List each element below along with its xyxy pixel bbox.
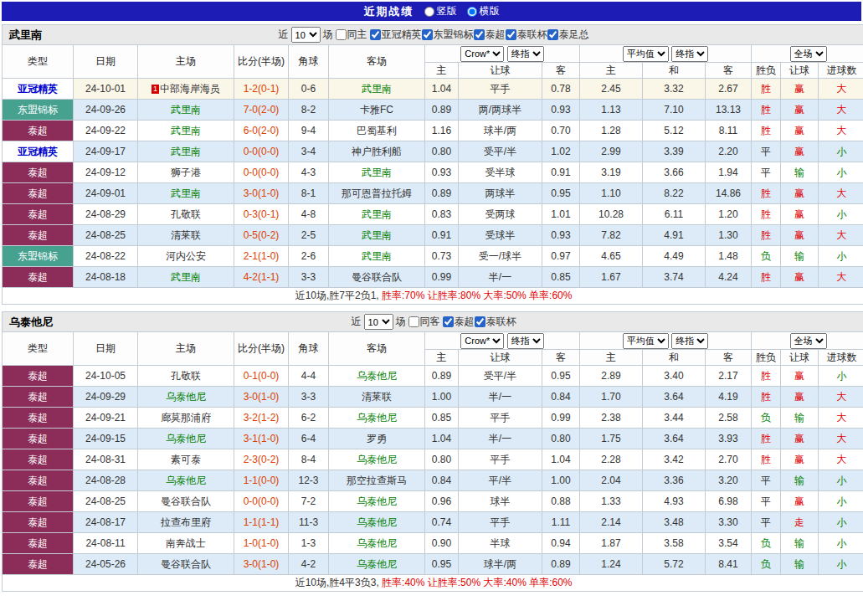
away-team-name[interactable]: 神户胜利船 [352, 146, 402, 157]
away-team-name[interactable]: 武里南 [362, 250, 392, 262]
average-select[interactable]: 平均值 [623, 46, 669, 62]
home-team-name[interactable]: 河内公安 [166, 250, 206, 262]
score-cell[interactable]: 7-0(2-0) [234, 100, 289, 121]
home-team-name[interactable]: 武里南 [171, 104, 201, 116]
score-cell[interactable]: 1-1(0-0) [234, 470, 289, 491]
league-filter-泰联杯[interactable]: 泰联杯 [506, 28, 547, 42]
away-team-name[interactable]: 乌泰他尼 [357, 495, 397, 507]
avg-stage-select[interactable]: 终指 [671, 333, 708, 349]
home-team-name[interactable]: 曼谷联合队 [161, 495, 211, 507]
score-cell[interactable]: 0-0(0-0) [234, 162, 289, 183]
odds-stage-select[interactable]: 终指 [507, 46, 544, 62]
score-cell[interactable]: 0-1(0-0) [234, 366, 289, 387]
score-cell[interactable]: 0-3(0-1) [234, 204, 289, 225]
same-venue-filter[interactable]: 同客 [408, 315, 440, 329]
avg-stage-select[interactable]: 终指 [671, 46, 708, 62]
away-team-name[interactable]: 武里南 [362, 229, 392, 241]
games-count-select[interactable]: 10 [291, 27, 321, 43]
score-cell[interactable]: 3-0(1-0) [234, 183, 289, 204]
league-checkbox[interactable] [547, 29, 558, 40]
bookmaker-select[interactable]: Crow* [460, 333, 504, 349]
same-venue-checkbox[interactable] [408, 316, 419, 327]
away-team-name[interactable]: 乌泰他尼 [357, 454, 397, 465]
summary-row: 近10场,胜7平2负1, 胜率:70% 让胜率:80% 大率:50% 单率:60… [3, 288, 863, 305]
league-checkbox[interactable] [370, 29, 381, 40]
avg-draw-cell: 3.58 [643, 533, 706, 554]
home-team-name[interactable]: 武里南 [171, 146, 201, 157]
score-cell[interactable]: 1-1(1-1) [234, 512, 289, 533]
league-checkbox[interactable] [474, 29, 485, 40]
away-team-name[interactable]: 武里南 [362, 167, 392, 178]
home-team-name[interactable]: 南奔战士 [166, 537, 206, 549]
score-cell[interactable]: 0-5(0-2) [234, 225, 289, 246]
away-team-name[interactable]: 那空拉查斯马 [347, 475, 407, 486]
score-cell[interactable]: 1-2(0-1) [234, 79, 289, 100]
league-checkbox[interactable] [475, 316, 485, 327]
away-team-name[interactable]: 罗勇 [367, 433, 387, 444]
home-team-name[interactable]: 乌泰他尼 [166, 433, 206, 444]
away-team-name[interactable]: 那可恩普拉托姆 [342, 187, 412, 199]
away-team-name[interactable]: 乌泰他尼 [357, 516, 397, 528]
score-cell[interactable]: 3-0(1-0) [234, 554, 289, 575]
same-venue-filter[interactable]: 同主 [336, 28, 367, 42]
home-team-name[interactable]: 武里南 [171, 187, 201, 199]
score-cell[interactable]: 0-0(0-0) [234, 491, 289, 512]
away-team-name[interactable]: 乌泰他尼 [357, 558, 397, 570]
away-team-name[interactable]: 乌泰他尼 [357, 370, 397, 382]
away-team-name[interactable]: 武里南 [362, 208, 392, 220]
league-cell: 泰超 [3, 162, 74, 183]
odds-stage-select[interactable]: 终指 [507, 333, 544, 349]
home-team-name[interactable]: 武里南 [171, 125, 201, 136]
same-venue-checkbox[interactable] [336, 29, 347, 40]
league-filter-泰足总[interactable]: 泰足总 [547, 28, 589, 42]
layout-option-horizontal[interactable]: 横版 [467, 4, 500, 18]
bookmaker-select[interactable]: Crow* [460, 46, 504, 62]
away-team-name[interactable]: 曼谷联合队 [352, 271, 402, 283]
average-select[interactable]: 平均值 [623, 333, 669, 349]
score-cell[interactable]: 1-0(1-0) [234, 533, 289, 554]
home-team-name[interactable]: 中部海岸海员 [160, 83, 220, 95]
league-checkbox[interactable] [506, 29, 516, 40]
away-team-name[interactable]: 武里南 [362, 83, 392, 95]
league-filter-泰超[interactable]: 泰超 [443, 315, 475, 329]
home-team-name[interactable]: 武里南 [171, 271, 201, 283]
home-team-name[interactable]: 廊莫那浦府 [161, 412, 211, 424]
home-team-name[interactable]: 乌泰他尼 [166, 391, 206, 403]
home-team-name[interactable]: 素可泰 [171, 454, 201, 465]
avg-home-cell: 1.13 [580, 100, 643, 121]
away-team-name[interactable]: 乌泰他尼 [357, 537, 397, 549]
away-team-name[interactable]: 清莱联 [362, 391, 392, 403]
score-cell[interactable]: 2-1(1-0) [234, 246, 289, 267]
league-checkbox[interactable] [422, 29, 433, 40]
scope-select[interactable]: 全场 [790, 333, 827, 349]
score-cell[interactable]: 2-3(0-2) [234, 449, 289, 470]
score-cell[interactable]: 3-2(1-2) [234, 408, 289, 429]
radio-horizontal[interactable] [467, 7, 477, 17]
home-team-name[interactable]: 孔敬联 [171, 208, 201, 220]
league-checkbox[interactable] [443, 316, 454, 327]
score-cell[interactable]: 4-2(1-1) [234, 267, 289, 288]
home-team-name[interactable]: 清莱联 [171, 229, 201, 241]
away-team-name[interactable]: 巴蜀基利 [357, 125, 397, 136]
score-cell[interactable]: 0-0(0-0) [234, 141, 289, 162]
home-team-name[interactable]: 乌泰他尼 [166, 475, 206, 486]
score-cell[interactable]: 6-0(2-0) [234, 121, 289, 141]
odds-home-cell: 0.91 [425, 225, 459, 246]
score-cell[interactable]: 3-0(1-0) [234, 387, 289, 408]
home-team-name[interactable]: 拉查布里府 [161, 516, 211, 528]
score-cell[interactable]: 3-1(1-0) [234, 429, 289, 449]
radio-vertical[interactable] [424, 7, 434, 17]
home-team-name[interactable]: 狮子港 [171, 167, 201, 178]
away-team-name[interactable]: 卡雅FC [360, 104, 393, 116]
league-cell: 泰超 [3, 204, 74, 225]
layout-option-vertical[interactable]: 竖版 [424, 4, 457, 18]
home-team-name[interactable]: 曼谷联合队 [161, 558, 211, 570]
home-team-name[interactable]: 孔敬联 [171, 370, 201, 382]
scope-select[interactable]: 全场 [790, 46, 827, 62]
league-filter-泰超[interactable]: 泰超 [474, 28, 506, 42]
league-filter-东盟锦标[interactable]: 东盟锦标 [422, 28, 474, 42]
games-count-select[interactable]: 10 [364, 314, 393, 330]
away-team-name[interactable]: 乌泰他尼 [357, 412, 397, 424]
league-filter-泰联杯[interactable]: 泰联杯 [475, 315, 516, 329]
league-filter-亚冠精英[interactable]: 亚冠精英 [370, 28, 422, 42]
